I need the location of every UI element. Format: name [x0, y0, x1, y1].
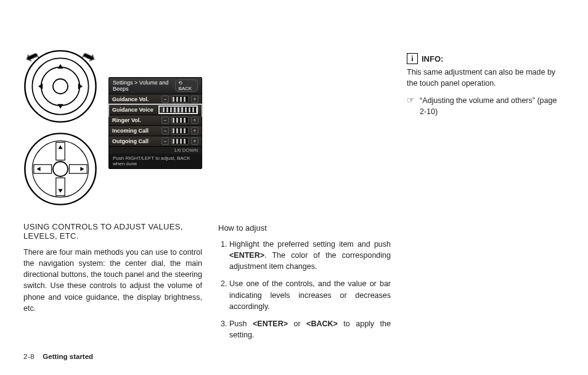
xref-text: “Adjusting the volume and others” (page …: [420, 95, 565, 117]
step-item: Push <ENTER> or <BACK> to apply the sett…: [229, 318, 391, 340]
screen-pager: 1/6 DOWN: [109, 147, 202, 154]
column-middle: How to adjust Highlight the preferred se…: [218, 49, 391, 356]
hint-text: Push RIGHT/LEFT to adjust, BACK when don…: [113, 155, 198, 167]
svg-rect-6: [56, 142, 65, 160]
page-footer: 2-8 Getting started: [23, 353, 93, 360]
info-heading: i INFO:: [407, 53, 565, 64]
level-bar[interactable]: [171, 138, 189, 145]
level-bar[interactable]: [171, 117, 189, 124]
screen-titlebar: Settings > Volume and Beeps ⟲ BACK: [109, 78, 202, 94]
minus-icon[interactable]: −: [161, 117, 169, 124]
svg-rect-8: [34, 165, 52, 173]
svg-point-3: [53, 79, 68, 94]
section-heading: USING CONTROLS TO ADJUST VALUES, LEVELS,…: [23, 222, 202, 241]
info-icon: i: [407, 53, 418, 64]
row-label: Outgoing Call: [112, 138, 159, 144]
directional-pad: [23, 132, 97, 206]
screen-back-button[interactable]: ⟲ BACK: [175, 80, 198, 92]
minus-icon[interactable]: −: [161, 127, 169, 134]
control-dials: ➦ ➦: [23, 49, 97, 206]
plus-icon[interactable]: +: [191, 127, 198, 134]
screen-row-selected[interactable]: Guidance Voice: [109, 105, 202, 115]
body-text: There are four main methods you can use …: [23, 247, 202, 314]
figure-row: ➦ ➦: [23, 49, 202, 206]
chapter-name: Getting started: [43, 353, 93, 360]
svg-rect-9: [69, 165, 87, 173]
level-bar[interactable]: [171, 96, 189, 103]
pointer-icon: ☞: [407, 96, 415, 104]
plus-icon[interactable]: +: [191, 96, 198, 103]
row-label: Incoming Call: [112, 128, 159, 134]
row-label: Guidance Vol.: [112, 96, 159, 102]
step-item: Highlight the preferred setting item and…: [229, 239, 391, 272]
screen-row[interactable]: Ringer Vol. − +: [109, 115, 202, 126]
svg-point-10: [53, 162, 68, 176]
center-dial-rotate: ➦ ➦: [23, 49, 97, 123]
column-left: ➦ ➦: [23, 49, 202, 356]
dpad-icon: [23, 132, 97, 206]
column-right: i INFO: This same adjustment can also be…: [407, 49, 565, 356]
screen-hint: Push RIGHT/LEFT to adjust, BACK when don…: [109, 154, 202, 168]
page: ➦ ➦: [0, 0, 588, 375]
info-body: This same adjustment can also be made by…: [407, 67, 565, 89]
level-bar[interactable]: [171, 127, 189, 134]
screen-row[interactable]: Outgoing Call − +: [109, 136, 202, 147]
settings-screen: Settings > Volume and Beeps ⟲ BACK Guida…: [108, 77, 202, 169]
row-label: Guidance Voice: [112, 107, 159, 113]
svg-rect-7: [56, 178, 65, 196]
level-bar[interactable]: [161, 106, 198, 113]
cross-reference: ☞ “Adjusting the volume and others” (pag…: [407, 95, 565, 117]
subsection-heading: How to adjust: [218, 223, 391, 233]
steps-list: Highlight the preferred setting item and…: [218, 239, 391, 340]
section-body: There are four main methods you can use …: [23, 247, 202, 314]
info-label: INFO:: [422, 54, 443, 64]
page-number: 2-8: [23, 353, 35, 360]
step-item: Use one of the controls, and the value o…: [229, 278, 391, 311]
screen-row[interactable]: Guidance Vol. − +: [109, 94, 202, 105]
minus-icon[interactable]: −: [161, 138, 169, 145]
screen-breadcrumb: Settings > Volume and Beeps: [113, 80, 175, 92]
plus-icon[interactable]: +: [191, 117, 198, 124]
plus-icon[interactable]: +: [191, 138, 198, 145]
screen-row[interactable]: Incoming Call − +: [109, 126, 202, 136]
row-label: Ringer Vol.: [112, 117, 159, 123]
minus-icon[interactable]: −: [161, 96, 169, 103]
